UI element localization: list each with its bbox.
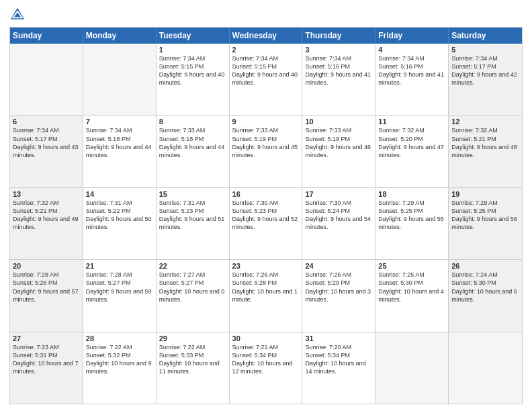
day-number: 17: [305, 190, 372, 198]
day-number: 13: [13, 190, 80, 198]
day-number: 19: [451, 190, 519, 198]
cell-info: Sunrise: 7:34 AM Sunset: 5:16 PM Dayligh…: [378, 54, 445, 87]
day-number: 12: [451, 118, 519, 126]
day-number: 18: [378, 190, 445, 198]
logo: [9, 7, 28, 23]
week-row-2: 13Sunrise: 7:32 AM Sunset: 5:21 PM Dayli…: [10, 187, 522, 259]
day-number: 1: [159, 46, 226, 54]
cell-info: Sunrise: 7:33 AM Sunset: 5:19 PM Dayligh…: [305, 126, 372, 159]
cal-cell: 7Sunrise: 7:34 AM Sunset: 5:18 PM Daylig…: [83, 116, 157, 187]
cal-cell: 27Sunrise: 7:23 AM Sunset: 5:31 PM Dayli…: [10, 332, 83, 404]
header: [9, 7, 523, 23]
calendar-body: 1Sunrise: 7:34 AM Sunset: 5:15 PM Daylig…: [10, 44, 522, 404]
cell-info: Sunrise: 7:28 AM Sunset: 5:27 PM Dayligh…: [86, 271, 153, 304]
header-day-saturday: Saturday: [449, 28, 522, 44]
cal-cell: 6Sunrise: 7:34 AM Sunset: 5:17 PM Daylig…: [10, 116, 83, 187]
cal-cell: 22Sunrise: 7:27 AM Sunset: 5:27 PM Dayli…: [157, 260, 230, 331]
cell-info: Sunrise: 7:34 AM Sunset: 5:17 PM Dayligh…: [451, 54, 519, 87]
cell-info: Sunrise: 7:29 AM Sunset: 5:25 PM Dayligh…: [378, 199, 445, 232]
cal-cell: 3Sunrise: 7:34 AM Sunset: 5:16 PM Daylig…: [302, 44, 375, 115]
day-number: 23: [232, 262, 300, 270]
day-number: 30: [232, 334, 300, 342]
cell-info: Sunrise: 7:32 AM Sunset: 5:21 PM Dayligh…: [451, 126, 519, 159]
header-day-monday: Monday: [83, 28, 157, 44]
cal-cell: 30Sunrise: 7:21 AM Sunset: 5:34 PM Dayli…: [230, 332, 303, 404]
cell-info: Sunrise: 7:30 AM Sunset: 5:24 PM Dayligh…: [305, 199, 372, 232]
cell-info: Sunrise: 7:23 AM Sunset: 5:31 PM Dayligh…: [13, 343, 80, 376]
cell-info: Sunrise: 7:34 AM Sunset: 5:18 PM Dayligh…: [86, 126, 153, 159]
cal-cell: 23Sunrise: 7:26 AM Sunset: 5:28 PM Dayli…: [230, 260, 303, 331]
logo-icon: [9, 7, 26, 23]
day-number: 10: [305, 118, 372, 126]
header-day-tuesday: Tuesday: [157, 28, 230, 44]
day-number: 3: [305, 46, 372, 54]
day-number: 15: [159, 190, 226, 198]
cell-info: Sunrise: 7:31 AM Sunset: 5:23 PM Dayligh…: [159, 199, 226, 232]
day-number: 16: [232, 190, 300, 198]
cell-info: Sunrise: 7:34 AM Sunset: 5:16 PM Dayligh…: [305, 54, 372, 87]
cal-cell: 15Sunrise: 7:31 AM Sunset: 5:23 PM Dayli…: [157, 188, 230, 259]
week-row-4: 27Sunrise: 7:23 AM Sunset: 5:31 PM Dayli…: [10, 332, 522, 404]
cal-cell: 21Sunrise: 7:28 AM Sunset: 5:27 PM Dayli…: [83, 260, 157, 331]
cal-cell: 13Sunrise: 7:32 AM Sunset: 5:21 PM Dayli…: [10, 188, 83, 259]
header-day-wednesday: Wednesday: [230, 28, 303, 44]
day-number: 28: [86, 334, 153, 342]
cal-cell: 18Sunrise: 7:29 AM Sunset: 5:25 PM Dayli…: [375, 188, 449, 259]
cal-cell: [449, 332, 522, 404]
cal-cell: 29Sunrise: 7:22 AM Sunset: 5:33 PM Dayli…: [157, 332, 230, 404]
cell-info: Sunrise: 7:27 AM Sunset: 5:27 PM Dayligh…: [159, 271, 226, 304]
cal-cell: 28Sunrise: 7:22 AM Sunset: 5:32 PM Dayli…: [83, 332, 157, 404]
cell-info: Sunrise: 7:26 AM Sunset: 5:29 PM Dayligh…: [305, 271, 372, 304]
week-row-0: 1Sunrise: 7:34 AM Sunset: 5:15 PM Daylig…: [10, 44, 522, 115]
cal-cell: 10Sunrise: 7:33 AM Sunset: 5:19 PM Dayli…: [302, 116, 375, 187]
day-number: 24: [305, 262, 372, 270]
cal-cell: 11Sunrise: 7:32 AM Sunset: 5:20 PM Dayli…: [375, 116, 449, 187]
cell-info: Sunrise: 7:25 AM Sunset: 5:30 PM Dayligh…: [378, 271, 445, 304]
cell-info: Sunrise: 7:32 AM Sunset: 5:21 PM Dayligh…: [13, 199, 80, 232]
day-number: 9: [232, 118, 300, 126]
header-day-friday: Friday: [375, 28, 449, 44]
cell-info: Sunrise: 7:31 AM Sunset: 5:22 PM Dayligh…: [86, 199, 153, 232]
day-number: 22: [159, 262, 226, 270]
cal-cell: 12Sunrise: 7:32 AM Sunset: 5:21 PM Dayli…: [449, 116, 522, 187]
cell-info: Sunrise: 7:30 AM Sunset: 5:23 PM Dayligh…: [232, 199, 300, 232]
calendar: SundayMondayTuesdayWednesdayThursdayFrid…: [9, 27, 523, 404]
cell-info: Sunrise: 7:22 AM Sunset: 5:32 PM Dayligh…: [86, 343, 153, 376]
cell-info: Sunrise: 7:33 AM Sunset: 5:19 PM Dayligh…: [232, 126, 300, 159]
cell-info: Sunrise: 7:34 AM Sunset: 5:15 PM Dayligh…: [232, 54, 300, 87]
cell-info: Sunrise: 7:24 AM Sunset: 5:30 PM Dayligh…: [451, 271, 519, 304]
week-row-3: 20Sunrise: 7:28 AM Sunset: 5:26 PM Dayli…: [10, 259, 522, 331]
day-number: 31: [305, 334, 372, 342]
cal-cell: 16Sunrise: 7:30 AM Sunset: 5:23 PM Dayli…: [230, 188, 303, 259]
cal-cell: [10, 44, 83, 115]
day-number: 29: [159, 334, 226, 342]
cell-info: Sunrise: 7:22 AM Sunset: 5:33 PM Dayligh…: [159, 343, 226, 376]
cell-info: Sunrise: 7:20 AM Sunset: 5:34 PM Dayligh…: [305, 343, 372, 376]
cal-cell: 25Sunrise: 7:25 AM Sunset: 5:30 PM Dayli…: [375, 260, 449, 331]
cal-cell: 8Sunrise: 7:33 AM Sunset: 5:18 PM Daylig…: [157, 116, 230, 187]
day-number: 7: [86, 118, 153, 126]
header-day-sunday: Sunday: [10, 28, 83, 44]
day-number: 25: [378, 262, 445, 270]
cal-cell: [375, 332, 449, 404]
cal-cell: 19Sunrise: 7:29 AM Sunset: 5:25 PM Dayli…: [449, 188, 522, 259]
cal-cell: 1Sunrise: 7:34 AM Sunset: 5:15 PM Daylig…: [157, 44, 230, 115]
day-number: 21: [86, 262, 153, 270]
cell-info: Sunrise: 7:34 AM Sunset: 5:17 PM Dayligh…: [13, 126, 80, 159]
day-number: 8: [159, 118, 226, 126]
cell-info: Sunrise: 7:21 AM Sunset: 5:34 PM Dayligh…: [232, 343, 300, 376]
day-number: 27: [13, 334, 80, 342]
day-number: 20: [13, 262, 80, 270]
header-day-thursday: Thursday: [302, 28, 375, 44]
cal-cell: 14Sunrise: 7:31 AM Sunset: 5:22 PM Dayli…: [83, 188, 157, 259]
day-number: 5: [451, 46, 519, 54]
cell-info: Sunrise: 7:29 AM Sunset: 5:25 PM Dayligh…: [451, 199, 519, 232]
day-number: 6: [13, 118, 80, 126]
cell-info: Sunrise: 7:32 AM Sunset: 5:20 PM Dayligh…: [378, 126, 445, 159]
cell-info: Sunrise: 7:28 AM Sunset: 5:26 PM Dayligh…: [13, 271, 80, 304]
day-number: 2: [232, 46, 300, 54]
day-number: 4: [378, 46, 445, 54]
day-number: 26: [451, 262, 519, 270]
cal-cell: 9Sunrise: 7:33 AM Sunset: 5:19 PM Daylig…: [230, 116, 303, 187]
cal-cell: 26Sunrise: 7:24 AM Sunset: 5:30 PM Dayli…: [449, 260, 522, 331]
